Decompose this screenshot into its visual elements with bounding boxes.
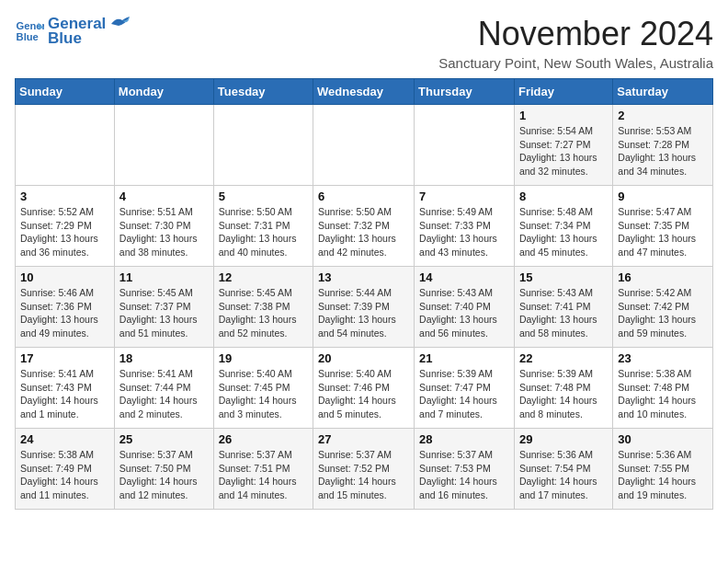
day-info: Sunrise: 5:44 AM Sunset: 7:39 PM Dayligh… (318, 286, 409, 340)
day-number: 30 (618, 432, 708, 446)
day-number: 20 (318, 351, 409, 365)
calendar-cell: 11Sunrise: 5:45 AM Sunset: 7:37 PM Dayli… (114, 267, 213, 348)
calendar-cell: 25Sunrise: 5:37 AM Sunset: 7:50 PM Dayli… (114, 429, 213, 510)
calendar-cell: 28Sunrise: 5:37 AM Sunset: 7:53 PM Dayli… (415, 429, 515, 510)
day-number: 26 (219, 432, 308, 446)
day-info: Sunrise: 5:38 AM Sunset: 7:49 PM Dayligh… (20, 448, 109, 502)
calendar-cell: 30Sunrise: 5:36 AM Sunset: 7:55 PM Dayli… (613, 429, 713, 510)
logo-icon: General Blue (15, 17, 44, 46)
day-info: Sunrise: 5:39 AM Sunset: 7:47 PM Dayligh… (419, 367, 509, 421)
calendar-cell: 13Sunrise: 5:44 AM Sunset: 7:39 PM Dayli… (313, 267, 415, 348)
day-number: 17 (20, 351, 109, 365)
day-number: 10 (20, 270, 109, 284)
calendar-table: SundayMondayTuesdayWednesdayThursdayFrid… (15, 78, 713, 510)
day-info: Sunrise: 5:45 AM Sunset: 7:37 PM Dayligh… (119, 286, 209, 340)
calendar-cell (16, 105, 115, 186)
calendar-cell: 10Sunrise: 5:46 AM Sunset: 7:36 PM Dayli… (16, 267, 115, 348)
calendar-cell (213, 105, 313, 186)
day-number: 5 (219, 190, 308, 203)
calendar-cell: 22Sunrise: 5:39 AM Sunset: 7:48 PM Dayli… (514, 348, 612, 429)
location-subtitle: Sanctuary Point, New South Wales, Austra… (438, 55, 713, 71)
day-number: 27 (318, 432, 409, 446)
day-info: Sunrise: 5:39 AM Sunset: 7:48 PM Dayligh… (519, 367, 608, 421)
calendar-cell: 17Sunrise: 5:41 AM Sunset: 7:43 PM Dayli… (16, 348, 115, 429)
logo: General Blue General Blue (15, 15, 130, 48)
calendar-cell: 19Sunrise: 5:40 AM Sunset: 7:45 PM Dayli… (213, 348, 313, 429)
day-info: Sunrise: 5:43 AM Sunset: 7:40 PM Dayligh… (419, 286, 509, 340)
calendar-week-row: 24Sunrise: 5:38 AM Sunset: 7:49 PM Dayli… (16, 429, 713, 510)
calendar-cell: 20Sunrise: 5:40 AM Sunset: 7:46 PM Dayli… (313, 348, 415, 429)
day-number: 21 (419, 351, 509, 365)
calendar-cell: 26Sunrise: 5:37 AM Sunset: 7:51 PM Dayli… (213, 429, 313, 510)
calendar-cell (114, 105, 213, 186)
calendar-cell: 29Sunrise: 5:36 AM Sunset: 7:54 PM Dayli… (514, 429, 612, 510)
day-info: Sunrise: 5:49 AM Sunset: 7:33 PM Dayligh… (419, 205, 509, 259)
day-number: 29 (519, 432, 608, 446)
day-info: Sunrise: 5:50 AM Sunset: 7:31 PM Dayligh… (219, 205, 308, 259)
calendar-cell (415, 105, 515, 186)
day-number: 3 (20, 190, 109, 203)
page-header: General Blue General Blue November 2024 … (15, 15, 713, 71)
calendar-cell: 27Sunrise: 5:37 AM Sunset: 7:52 PM Dayli… (313, 429, 415, 510)
calendar-week-row: 3Sunrise: 5:52 AM Sunset: 7:29 PM Daylig… (16, 186, 713, 267)
calendar-week-row: 10Sunrise: 5:46 AM Sunset: 7:36 PM Dayli… (16, 267, 713, 348)
day-info: Sunrise: 5:48 AM Sunset: 7:34 PM Dayligh… (519, 205, 608, 259)
day-number: 9 (618, 190, 708, 203)
calendar-cell (313, 105, 415, 186)
calendar-week-row: 17Sunrise: 5:41 AM Sunset: 7:43 PM Dayli… (16, 348, 713, 429)
day-number: 19 (219, 351, 308, 365)
day-number: 13 (318, 270, 409, 284)
day-info: Sunrise: 5:41 AM Sunset: 7:44 PM Dayligh… (119, 367, 209, 421)
day-number: 6 (318, 190, 409, 203)
header-wednesday: Wednesday (313, 79, 415, 105)
calendar-cell: 23Sunrise: 5:38 AM Sunset: 7:48 PM Dayli… (613, 348, 713, 429)
calendar-cell: 24Sunrise: 5:38 AM Sunset: 7:49 PM Dayli… (16, 429, 115, 510)
calendar-week-row: 1Sunrise: 5:54 AM Sunset: 7:27 PM Daylig… (16, 105, 713, 186)
calendar-cell: 5Sunrise: 5:50 AM Sunset: 7:31 PM Daylig… (213, 186, 313, 267)
logo-bird-icon (109, 17, 130, 31)
day-info: Sunrise: 5:40 AM Sunset: 7:45 PM Dayligh… (219, 367, 308, 421)
day-number: 4 (119, 190, 209, 203)
calendar-cell: 3Sunrise: 5:52 AM Sunset: 7:29 PM Daylig… (16, 186, 115, 267)
day-number: 28 (419, 432, 509, 446)
day-number: 7 (419, 190, 509, 203)
day-info: Sunrise: 5:37 AM Sunset: 7:53 PM Dayligh… (419, 448, 509, 502)
calendar-cell: 15Sunrise: 5:43 AM Sunset: 7:41 PM Dayli… (514, 267, 612, 348)
day-info: Sunrise: 5:43 AM Sunset: 7:41 PM Dayligh… (519, 286, 608, 340)
day-number: 8 (519, 190, 608, 203)
calendar-cell: 21Sunrise: 5:39 AM Sunset: 7:47 PM Dayli… (415, 348, 515, 429)
day-info: Sunrise: 5:52 AM Sunset: 7:29 PM Dayligh… (20, 205, 109, 259)
header-sunday: Sunday (16, 79, 115, 105)
title-block: November 2024 Sanctuary Point, New South… (438, 15, 713, 71)
calendar-cell: 6Sunrise: 5:50 AM Sunset: 7:32 PM Daylig… (313, 186, 415, 267)
day-info: Sunrise: 5:53 AM Sunset: 7:28 PM Dayligh… (618, 124, 708, 178)
day-info: Sunrise: 5:41 AM Sunset: 7:43 PM Dayligh… (20, 367, 109, 421)
calendar-cell: 14Sunrise: 5:43 AM Sunset: 7:40 PM Dayli… (415, 267, 515, 348)
calendar-cell: 18Sunrise: 5:41 AM Sunset: 7:44 PM Dayli… (114, 348, 213, 429)
header-tuesday: Tuesday (213, 79, 313, 105)
day-number: 1 (519, 109, 608, 122)
day-number: 15 (519, 270, 608, 284)
header-friday: Friday (514, 79, 612, 105)
day-info: Sunrise: 5:47 AM Sunset: 7:35 PM Dayligh… (618, 205, 708, 259)
day-number: 16 (618, 270, 708, 284)
day-info: Sunrise: 5:36 AM Sunset: 7:55 PM Dayligh… (618, 448, 708, 502)
calendar-cell: 9Sunrise: 5:47 AM Sunset: 7:35 PM Daylig… (613, 186, 713, 267)
day-number: 24 (20, 432, 109, 446)
day-info: Sunrise: 5:51 AM Sunset: 7:30 PM Dayligh… (119, 205, 209, 259)
calendar-cell: 1Sunrise: 5:54 AM Sunset: 7:27 PM Daylig… (514, 105, 612, 186)
day-info: Sunrise: 5:40 AM Sunset: 7:46 PM Dayligh… (318, 367, 409, 421)
svg-text:Blue: Blue (17, 31, 39, 42)
calendar-cell: 16Sunrise: 5:42 AM Sunset: 7:42 PM Dayli… (613, 267, 713, 348)
day-info: Sunrise: 5:42 AM Sunset: 7:42 PM Dayligh… (618, 286, 708, 340)
calendar-cell: 12Sunrise: 5:45 AM Sunset: 7:38 PM Dayli… (213, 267, 313, 348)
month-title: November 2024 (438, 15, 713, 53)
day-number: 11 (119, 270, 209, 284)
header-saturday: Saturday (613, 79, 713, 105)
header-monday: Monday (114, 79, 213, 105)
day-info: Sunrise: 5:45 AM Sunset: 7:38 PM Dayligh… (219, 286, 308, 340)
day-info: Sunrise: 5:38 AM Sunset: 7:48 PM Dayligh… (618, 367, 708, 421)
day-number: 23 (618, 351, 708, 365)
day-number: 14 (419, 270, 509, 284)
day-number: 18 (119, 351, 209, 365)
